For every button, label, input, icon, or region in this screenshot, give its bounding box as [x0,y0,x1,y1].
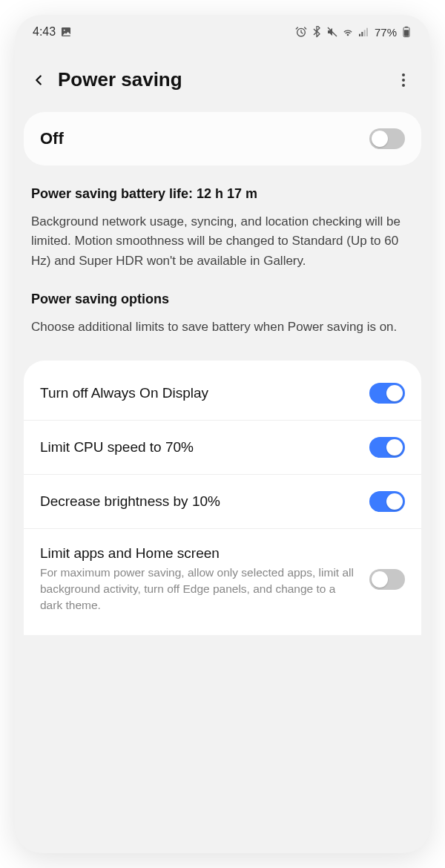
option-label: Limit apps and Home screen [40,545,359,562]
option-row[interactable]: Turn off Always On Display [24,366,421,421]
option-toggle[interactable] [369,383,405,404]
main-toggle-card: Off [24,112,421,165]
back-button[interactable] [28,70,49,91]
option-row[interactable]: Limit apps and Home screenFor maximum po… [24,529,421,629]
main-toggle-row[interactable]: Off [40,128,405,149]
svg-rect-5 [364,30,366,36]
option-label: Limit CPU speed to 70% [40,439,359,456]
alarm-icon [295,26,307,38]
battery-life-body: Background network usage, syncing, and l… [31,212,414,271]
info-section: Power saving battery life: 12 h 17 m Bac… [15,165,430,355]
more-button[interactable] [393,73,414,87]
option-toggle[interactable] [369,569,405,590]
option-label: Turn off Always On Display [40,385,359,401]
wifi-icon [342,26,354,38]
status-left: 4:43 [33,25,72,39]
option-row[interactable]: Limit CPU speed to 70% [24,421,421,475]
options-description: Choose additional limits to save battery… [31,318,414,337]
signal-icon [357,26,369,38]
bluetooth-icon [311,26,323,38]
app-bar: Power saving [15,43,430,112]
chevron-left-icon [30,72,47,88]
option-text: Limit CPU speed to 70% [40,439,359,456]
option-label: Decrease brightness by 10% [40,493,359,510]
status-time: 4:43 [33,25,56,39]
main-toggle-label: Off [40,129,64,148]
status-right: 77% [295,26,412,39]
option-toggle[interactable] [369,437,405,458]
page-title: Power saving [58,68,384,91]
battery-icon [400,26,412,38]
svg-rect-6 [366,28,368,36]
svg-rect-4 [361,32,363,36]
option-text: Limit apps and Home screenFor maximum po… [40,545,359,613]
svg-rect-9 [405,27,408,28]
option-text: Turn off Always On Display [40,385,359,401]
content: Off Power saving battery life: 12 h 17 m… [15,112,430,853]
mute-icon [326,26,338,38]
battery-percent: 77% [375,26,397,39]
svg-point-1 [64,30,65,31]
phone-frame: 4:43 77% Power saving Off Power savin [15,15,430,853]
option-description: For maximum power saving, allow only sel… [40,565,359,613]
battery-life-title: Power saving battery life: 12 h 17 m [31,186,414,202]
svg-rect-3 [359,34,360,36]
option-toggle[interactable] [369,491,405,512]
status-bar: 4:43 77% [15,15,430,43]
option-text: Decrease brightness by 10% [40,493,359,510]
image-icon [60,26,72,38]
svg-rect-8 [404,30,409,36]
options-card: Turn off Always On DisplayLimit CPU spee… [24,361,421,635]
option-row[interactable]: Decrease brightness by 10% [24,475,421,529]
main-toggle[interactable] [369,128,405,149]
options-heading: Power saving options [31,292,414,307]
